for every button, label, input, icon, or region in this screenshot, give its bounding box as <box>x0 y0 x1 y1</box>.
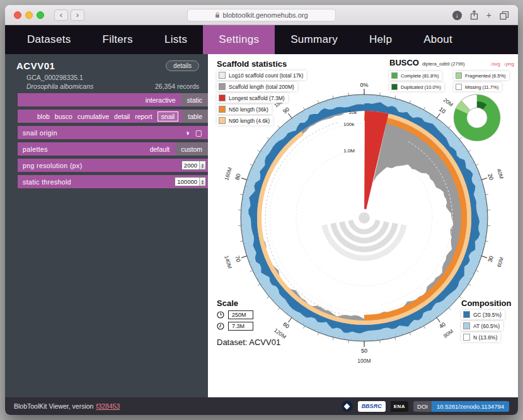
svg-text:40: 40 <box>438 321 447 330</box>
composition-legend-item: N (13.6%) <box>461 332 500 342</box>
nav-item-help[interactable]: Help <box>353 25 408 54</box>
static-threshold-value: 100000 <box>175 178 199 185</box>
browser-chrome: ‹ › blobtoolkit.genomehubs.org ↓ + <box>5 5 518 25</box>
static-threshold-label: static threshold <box>18 178 71 186</box>
back-button[interactable]: ‹ <box>54 9 68 21</box>
view-tabs: blobbuscocumulativedetailreportsnailtabl… <box>37 110 208 123</box>
download-png-link[interactable]: ↓png <box>503 61 514 67</box>
dataset-record-count: 26,354 records <box>155 82 199 90</box>
snail-origin-bar: snail origin ◑ ▢ <box>18 126 208 139</box>
version-link[interactable]: f328453 <box>96 402 120 410</box>
scale-title: Scale <box>217 298 253 308</box>
palette-option-default[interactable]: default <box>150 145 170 153</box>
mode-option-interactive[interactable]: interactive <box>146 96 176 104</box>
snail-origin-label: snail origin <box>18 129 57 137</box>
downloads-icon[interactable]: ↓ <box>452 11 462 20</box>
svg-text:10: 10 <box>438 106 447 115</box>
mode-option-static[interactable]: static <box>181 93 208 106</box>
svg-text:40M: 40M <box>496 167 505 179</box>
scaffold-stats-block: Scaffold statistics Log10 scaffold count… <box>217 59 306 125</box>
busco-legend: Complete (81.8%)Fragmented (6.5%)Duplica… <box>389 69 514 91</box>
address-bar[interactable]: blobtoolkit.genomehubs.org <box>187 9 336 21</box>
dataset-id: ACVV01 <box>16 60 55 71</box>
svg-text:100k: 100k <box>343 122 355 127</box>
view-tab-busco[interactable]: busco <box>55 113 72 120</box>
static-threshold-spinner[interactable]: ▲▼ <box>199 178 205 186</box>
view-tab-snail[interactable]: snail <box>158 111 179 122</box>
bbsrc-logo[interactable]: BBSRC <box>358 401 386 412</box>
view-tabs-bar: blobbuscocumulativedetailreportsnailtabl… <box>18 110 208 123</box>
scaffold-legend-item: N50 length (36k) <box>217 105 272 114</box>
sanger-logo-mark <box>344 403 350 409</box>
navbar: DatasetsFiltersListsSettingsSummaryHelpA… <box>5 25 518 54</box>
scaffold-legend-label: Scaffold length (total 200M) <box>229 84 294 90</box>
new-tab-icon[interactable]: + <box>486 9 491 21</box>
svg-text:60M: 60M <box>496 256 505 268</box>
content-row: ACVV01 details GCA_000298335.1 Drosophil… <box>5 54 518 397</box>
nav-item-filters[interactable]: Filters <box>87 25 149 54</box>
nav-item-datasets[interactable]: Datasets <box>11 25 87 54</box>
busco-title: BUSCO <box>389 58 419 67</box>
view-tab-report[interactable]: report <box>135 113 152 120</box>
scaffold-legend-swatch <box>219 83 226 90</box>
ena-logo[interactable]: ENA <box>391 401 408 412</box>
clock-icon <box>217 322 224 330</box>
palettes-label: palettes <box>18 145 48 153</box>
scaffold-legend-item: N90 length (4.6k) <box>217 116 273 125</box>
nav-item-settings[interactable]: Settings <box>203 25 275 54</box>
busco-legend-label: Complete (81.8%) <box>401 73 439 79</box>
png-resolution-value: 2000 <box>182 162 199 169</box>
view-tab-blob[interactable]: blob <box>37 113 50 120</box>
scaffold-legend-item: Scaffold length (total 200M) <box>217 82 297 91</box>
scaffold-legend-label: Longest scaffold (7.3M) <box>229 95 285 101</box>
invert-origin-icon[interactable]: ◑ <box>185 128 189 137</box>
tab-overview-icon[interactable] <box>500 11 509 20</box>
origin-square-icon[interactable]: ▢ <box>195 128 202 137</box>
details-button[interactable]: details <box>166 60 199 71</box>
download-svg-link[interactable]: ↓svg <box>490 61 500 67</box>
view-tab-detail[interactable]: detail <box>114 113 130 120</box>
close-window-button[interactable] <box>14 11 21 19</box>
svg-text:30: 30 <box>486 255 495 263</box>
palette-option-custom[interactable]: custom <box>175 142 208 156</box>
png-resolution-spinner[interactable]: ▲▼ <box>199 161 205 169</box>
static-threshold-bar: static threshold 100000 ▲▼ <box>18 175 208 188</box>
composition-legend-label: N (13.6%) <box>473 334 497 341</box>
mode-bar: interactivestatic <box>18 93 208 106</box>
svg-text:10k: 10k <box>348 110 357 115</box>
composition-legend-item: AT (60.5%) <box>461 321 503 331</box>
zoom-window-button[interactable] <box>37 11 44 19</box>
view-tab-cumulative[interactable]: cumulative <box>78 113 109 120</box>
forward-button[interactable]: › <box>71 9 84 21</box>
composition-legend-label: GC (39.5%) <box>473 312 502 318</box>
nav-item-summary[interactable]: Summary <box>275 25 353 54</box>
svg-text:50: 50 <box>361 348 367 354</box>
scaffold-legend-swatch <box>219 106 226 113</box>
minimize-window-button[interactable] <box>25 11 33 19</box>
sanger-logo[interactable] <box>342 400 353 412</box>
svg-text:20M: 20M <box>442 96 454 108</box>
scaffold-legend-label: N50 length (36k) <box>229 106 268 113</box>
static-threshold-input[interactable]: 100000 ▲▼ <box>175 177 206 186</box>
busco-legend-swatch <box>391 72 398 79</box>
busco-block: BUSCO diptera_odb9 (2799) ↓svg ↓png Comp… <box>389 58 514 91</box>
scaffold-legend-label: N90 length (4.6k) <box>229 118 270 124</box>
composition-legend: GC (39.5%)AT (60.5%)N (13.6%) <box>461 310 511 342</box>
composition-title: Composition <box>461 298 511 308</box>
doi-badge[interactable]: DOI 10.5281/zenodo.1134794 <box>413 401 509 412</box>
nav-item-about[interactable]: About <box>408 25 468 54</box>
scale-outer-input[interactable]: 250M <box>228 310 253 319</box>
scale-inner-input[interactable]: 7.3M <box>228 322 253 331</box>
svg-text:70: 70 <box>234 255 242 263</box>
composition-legend-swatch <box>463 311 470 318</box>
palettes-bar: palettes defaultcustom <box>18 142 208 156</box>
svg-text:1.0M: 1.0M <box>343 148 355 154</box>
svg-text:0%: 0% <box>360 82 368 88</box>
view-tab-table[interactable]: table <box>182 110 208 123</box>
share-icon[interactable] <box>470 10 478 20</box>
png-resolution-input[interactable]: 2000 ▲▼ <box>181 161 206 170</box>
palette-options: defaultcustom <box>150 142 208 156</box>
scaffold-legend-swatch <box>219 72 226 79</box>
svg-text:100M: 100M <box>357 358 371 364</box>
nav-item-lists[interactable]: Lists <box>149 25 203 54</box>
